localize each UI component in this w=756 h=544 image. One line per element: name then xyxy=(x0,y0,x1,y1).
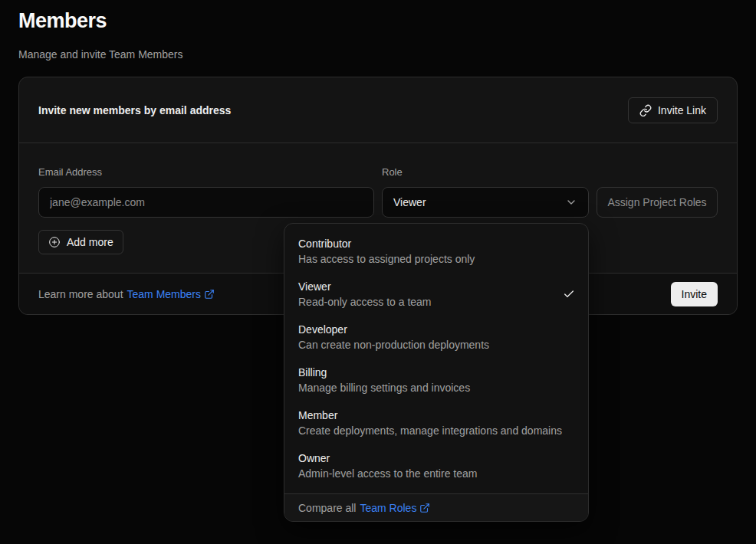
role-option-member[interactable]: Member Create deployments, manage integr… xyxy=(284,401,588,444)
role-selected-value: Viewer xyxy=(393,196,426,208)
role-option-developer[interactable]: Developer Can create non-production depl… xyxy=(284,316,588,359)
role-option-description: Has access to assigned projects only xyxy=(298,251,574,267)
role-option-description: Admin-level access to the entire team xyxy=(298,466,574,481)
compare-all-prefix: Compare all xyxy=(298,502,356,514)
learn-more-text: Learn more about Team Members xyxy=(38,288,215,300)
card-heading: Invite new members by email address xyxy=(38,104,231,116)
role-dropdown-footer: Compare all Team Roles xyxy=(284,493,588,521)
role-option-label: Billing xyxy=(298,365,574,380)
card-header: Invite new members by email address Invi… xyxy=(19,77,737,143)
role-select[interactable]: Viewer xyxy=(382,187,589,218)
role-option-label: Viewer xyxy=(298,279,574,294)
plus-circle-icon xyxy=(48,236,61,248)
add-more-label: Add more xyxy=(67,236,113,248)
team-members-link[interactable]: Team Members xyxy=(127,288,215,300)
link-icon xyxy=(639,104,652,116)
check-icon xyxy=(563,288,575,300)
role-label: Role xyxy=(382,166,589,178)
assign-project-roles-button[interactable]: Assign Project Roles xyxy=(597,187,718,218)
invite-button[interactable]: Invite xyxy=(671,282,718,306)
email-label: Email Address xyxy=(38,166,374,178)
role-option-billing[interactable]: Billing Manage billing settings and invo… xyxy=(284,359,588,401)
chevron-down-icon xyxy=(565,196,577,208)
team-roles-link-label: Team Roles xyxy=(360,502,416,514)
role-option-viewer[interactable]: Viewer Read-only access to a team xyxy=(284,273,588,316)
email-input[interactable] xyxy=(38,187,374,218)
team-members-link-label: Team Members xyxy=(127,288,201,300)
role-option-description: Can create non-production deployments xyxy=(298,337,574,352)
invite-link-button[interactable]: Invite Link xyxy=(628,97,718,123)
role-option-description: Read-only access to a team xyxy=(298,294,574,310)
team-roles-link[interactable]: Team Roles xyxy=(360,502,430,514)
role-option-description: Manage billing settings and invoices xyxy=(298,380,574,395)
role-dropdown-list: Contributor Has access to assigned proje… xyxy=(284,224,588,493)
learn-more-prefix: Learn more about xyxy=(38,288,123,300)
role-field-group: Role Viewer xyxy=(382,166,589,218)
email-field-group: Email Address xyxy=(38,166,374,218)
invite-link-label: Invite Link xyxy=(658,104,706,116)
role-dropdown-menu: Contributor Has access to assigned proje… xyxy=(284,223,589,522)
page-title: Members xyxy=(18,9,107,33)
role-option-label: Developer xyxy=(298,322,574,337)
page-subtitle: Manage and invite Team Members xyxy=(18,48,183,61)
external-link-icon xyxy=(204,289,215,300)
role-option-label: Contributor xyxy=(298,236,574,251)
role-option-label: Owner xyxy=(298,451,574,466)
add-more-button[interactable]: Add more xyxy=(38,230,123,254)
role-option-label: Member xyxy=(298,408,574,423)
role-option-contributor[interactable]: Contributor Has access to assigned proje… xyxy=(284,230,588,273)
role-option-description: Create deployments, manage integrations … xyxy=(298,423,574,438)
external-link-icon xyxy=(419,503,430,513)
role-option-owner[interactable]: Owner Admin-level access to the entire t… xyxy=(284,444,588,487)
